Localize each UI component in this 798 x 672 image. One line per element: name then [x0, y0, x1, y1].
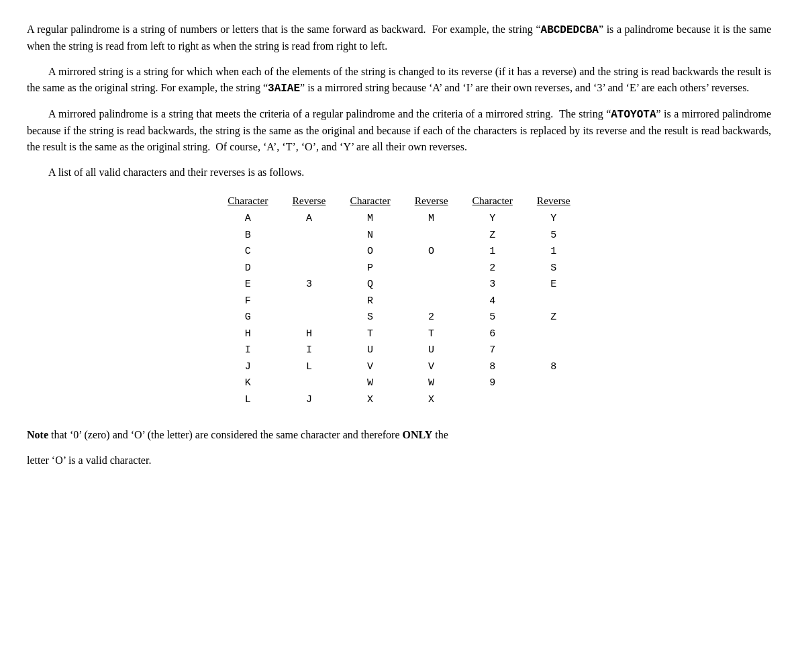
table-row: DP2S: [215, 260, 583, 277]
col-header-rev3: Reverse: [525, 193, 583, 211]
col-header-char2: Character: [338, 193, 402, 211]
table-cell: [280, 293, 338, 310]
note-text-2: letter ‘O’ is a valid character.: [27, 454, 151, 466]
table-cell: R: [338, 293, 402, 310]
table-cell: [403, 277, 460, 293]
table-cell: 3: [280, 277, 338, 293]
note-bold-label: Note: [27, 429, 48, 440]
col-header-rev2: Reverse: [403, 193, 460, 211]
table-cell: [403, 228, 460, 244]
table-cell: 6: [460, 326, 525, 343]
table-cell: X: [403, 392, 460, 409]
table-cell: [280, 309, 338, 326]
table-row: LJXX: [215, 392, 583, 409]
table-cell: N: [338, 228, 402, 244]
table-cell: Z: [460, 228, 525, 244]
table-cell: G: [215, 309, 280, 326]
col-header-char3: Character: [460, 193, 525, 211]
table-cell: [525, 326, 583, 343]
example-word-2: 3AIAE: [268, 83, 300, 95]
table-row: GS25Z: [215, 309, 583, 326]
table-cell: B: [215, 228, 280, 244]
table-intro-text: A list of all valid characters and their…: [48, 166, 304, 178]
table-cell: S: [338, 309, 402, 326]
table-cell: V: [338, 359, 402, 376]
table-cell: J: [215, 359, 280, 376]
table-cell: 2: [403, 309, 460, 326]
table-cell: T: [338, 326, 402, 343]
table-cell: 1: [460, 244, 525, 260]
table-cell: 4: [460, 293, 525, 310]
table-cell: [525, 342, 583, 359]
table-cell: [280, 244, 338, 260]
table-cell: D: [215, 260, 280, 277]
note-paragraph-2: letter ‘O’ is a valid character.: [27, 452, 771, 469]
paragraph-2-text: A mirrored string is a string for which …: [27, 66, 771, 93]
table-row: HHTT6: [215, 326, 583, 343]
table-cell: 8: [460, 359, 525, 376]
character-table: Character Reverse Character Reverse Char…: [215, 193, 583, 408]
table-cell: S: [525, 260, 583, 277]
table-row: BNZ5: [215, 228, 583, 244]
table-cell: 5: [460, 309, 525, 326]
table-cell: 2: [460, 260, 525, 277]
character-table-wrapper: Character Reverse Character Reverse Char…: [27, 193, 771, 408]
table-cell: Q: [338, 277, 402, 293]
table-cell: W: [338, 375, 402, 392]
table-cell: Y: [460, 211, 525, 228]
example-word-3: ATOYOTA: [611, 109, 656, 121]
table-cell: 1: [525, 244, 583, 260]
table-row: IIUU7: [215, 342, 583, 359]
table-cell: J: [280, 392, 338, 409]
paragraph-3: A mirrored palindrome is a string that m…: [27, 106, 771, 155]
table-cell: [403, 260, 460, 277]
table-cell: U: [338, 342, 402, 359]
paragraph-2: A mirrored string is a string for which …: [27, 64, 771, 97]
table-cell: A: [280, 211, 338, 228]
table-cell: C: [215, 244, 280, 260]
table-cell: 9: [460, 375, 525, 392]
table-cell: [460, 392, 525, 409]
table-row: COO11: [215, 244, 583, 260]
table-cell: [525, 375, 583, 392]
only-label: ONLY: [403, 429, 433, 440]
table-cell: 7: [460, 342, 525, 359]
col-header-rev1: Reverse: [280, 193, 338, 211]
table-cell: H: [215, 326, 280, 343]
col-header-char1: Character: [215, 193, 280, 211]
table-cell: L: [215, 392, 280, 409]
table-cell: X: [338, 392, 402, 409]
table-cell: W: [403, 375, 460, 392]
table-cell: M: [338, 211, 402, 228]
note-text-1: that ‘0’ (zero) and ‘O’ (the letter) are…: [48, 429, 448, 440]
table-row: JLVV88: [215, 359, 583, 376]
table-cell: M: [403, 211, 460, 228]
paragraph-1: A regular palindrome is a string of numb…: [27, 21, 771, 54]
table-cell: [403, 293, 460, 310]
table-cell: T: [403, 326, 460, 343]
paragraph-3-text: A mirrored palindrome is a string that m…: [27, 108, 771, 152]
table-cell: I: [215, 342, 280, 359]
table-cell: 5: [525, 228, 583, 244]
table-cell: F: [215, 293, 280, 310]
paragraph-1-text: A regular palindrome is a string of numb…: [27, 23, 771, 52]
table-cell: O: [338, 244, 402, 260]
table-cell: [280, 375, 338, 392]
table-row: KWW9: [215, 375, 583, 392]
table-cell: K: [215, 375, 280, 392]
table-cell: E: [525, 277, 583, 293]
table-row: E3Q3E: [215, 277, 583, 293]
table-cell: I: [280, 342, 338, 359]
table-cell: Y: [525, 211, 583, 228]
table-cell: 3: [460, 277, 525, 293]
table-cell: 8: [525, 359, 583, 376]
example-word-1: ABCDEDCBA: [541, 24, 599, 36]
table-cell: H: [280, 326, 338, 343]
table-cell: A: [215, 211, 280, 228]
table-cell: L: [280, 359, 338, 376]
table-cell: P: [338, 260, 402, 277]
table-cell: O: [403, 244, 460, 260]
note-section: Note that ‘0’ (zero) and ‘O’ (the letter…: [27, 427, 771, 469]
table-cell: [525, 392, 583, 409]
table-intro: A list of all valid characters and their…: [27, 164, 771, 181]
